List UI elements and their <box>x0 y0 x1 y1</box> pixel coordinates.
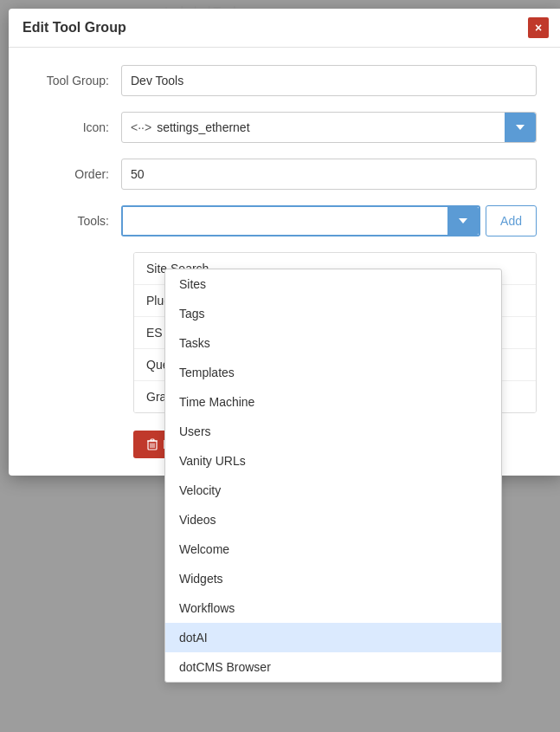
dropdown-item-users[interactable]: Users <box>165 417 501 446</box>
icon-select-text: <··> settings_ethernet <box>122 120 505 134</box>
icon-name: settings_ethernet <box>157 120 249 134</box>
icon-select-wrapper[interactable]: <··> settings_ethernet <box>121 112 537 143</box>
dropdown-item-dotcms-browser[interactable]: dotCMS Browser <box>165 652 501 682</box>
dropdown-item-workflows[interactable]: Workflows <box>165 593 501 623</box>
order-label: Order: <box>35 167 121 181</box>
tools-text-wrapper <box>121 205 480 236</box>
tools-label: Tools: <box>35 214 121 228</box>
dropdown-item-templates[interactable]: Templates <box>165 358 501 387</box>
tool-group-label: Tool Group: <box>35 74 121 87</box>
chevron-down-icon <box>459 218 467 223</box>
dropdown-item-tasks[interactable]: Tasks <box>165 328 501 358</box>
dropdown-item-vanity-urls[interactable]: Vanity URLs <box>165 446 501 476</box>
close-button[interactable]: × <box>528 17 549 38</box>
modal-header: Edit Tool Group × <box>9 9 560 48</box>
tools-row: Tools: Add <box>35 205 537 236</box>
dropdown-item-dotai[interactable]: dotAI <box>165 623 501 652</box>
order-row: Order: <box>35 159 537 190</box>
modal-title: Edit Tool Group <box>23 20 126 36</box>
dropdown-item-videos[interactable]: Videos <box>165 505 501 534</box>
dropdown-item-velocity[interactable]: Velocity <box>165 476 501 505</box>
order-input[interactable] <box>121 159 537 190</box>
dropdown-item-sites[interactable]: Sites <box>165 269 501 299</box>
chevron-down-icon <box>516 125 525 130</box>
icon-dropdown-button[interactable] <box>505 113 536 142</box>
dropdown-item-welcome[interactable]: Welcome <box>165 534 501 564</box>
tools-dropdown-button[interactable] <box>447 207 479 235</box>
icon-symbol: <··> <box>131 120 151 134</box>
trash-icon <box>147 438 158 450</box>
add-tool-button[interactable]: Add <box>486 205 537 236</box>
icon-row: Icon: <··> settings_ethernet <box>35 112 537 143</box>
dropdown-item-widgets[interactable]: Widgets <box>165 564 501 593</box>
svg-rect-2 <box>151 439 154 441</box>
tool-group-input[interactable] <box>121 65 537 96</box>
icon-label: Icon: <box>35 120 121 134</box>
dropdown-item-time-machine[interactable]: Time Machine <box>165 387 501 417</box>
tool-group-row: Tool Group: <box>35 65 537 96</box>
dropdown-item-tags[interactable]: Tags <box>165 299 501 328</box>
tools-input-wrapper: Add <box>121 205 537 236</box>
tools-dropdown-menu: Sites Tags Tasks Templates Time Machine … <box>164 269 502 683</box>
tools-search-input[interactable] <box>123 207 447 235</box>
